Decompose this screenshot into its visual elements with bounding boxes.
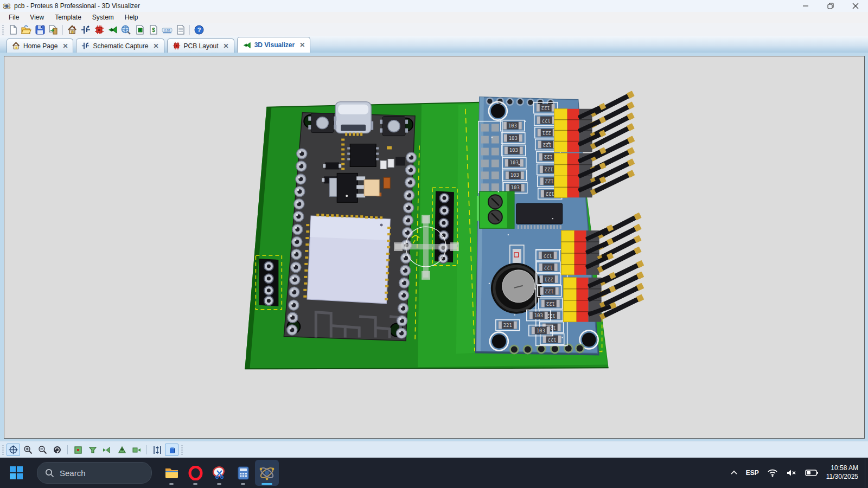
- board-display-button[interactable]: [71, 444, 85, 456]
- new-file-button[interactable]: [6, 23, 20, 36]
- 4pin-header: [259, 259, 278, 306]
- home-button[interactable]: [65, 23, 79, 36]
- wifi-icon[interactable]: [767, 468, 778, 477]
- clock-date: 11/30/2025: [826, 473, 858, 481]
- save-button[interactable]: [33, 23, 47, 36]
- svg-text:122: 122: [542, 118, 551, 123]
- boot-button: [308, 113, 336, 133]
- toolbar-separator: [67, 445, 68, 454]
- bill-of-materials-button[interactable]: $: [146, 23, 160, 36]
- taskbar-snipping-tool[interactable]: [207, 460, 231, 486]
- taskbar-calculator[interactable]: [231, 460, 255, 486]
- taskbar-apps: [159, 460, 279, 486]
- menu-help[interactable]: Help: [119, 12, 144, 23]
- toolbar-grip[interactable]: [181, 445, 183, 455]
- tab-pcb-layout[interactable]: PCB Layout ✕: [167, 38, 234, 53]
- toolbar-separator: [62, 25, 63, 35]
- restore-button[interactable]: [818, 0, 843, 12]
- toolbar-grip[interactable]: [2, 25, 4, 35]
- tab-schematic-capture[interactable]: Schematic Capture ✕: [76, 38, 164, 53]
- next-view-button[interactable]: [130, 444, 143, 456]
- filter-icon: [88, 446, 97, 454]
- chevron-up-icon[interactable]: [730, 469, 738, 477]
- prev-view-button[interactable]: [100, 444, 114, 456]
- start-button[interactable]: [4, 461, 28, 485]
- toolbar-grip[interactable]: [2, 445, 4, 455]
- tab-close-icon[interactable]: ✕: [299, 41, 305, 49]
- battery-icon[interactable]: [805, 469, 818, 477]
- windows-taskbar: Search: [0, 458, 868, 488]
- 3d-box-button[interactable]: [165, 444, 178, 456]
- 3d-viewport[interactable]: 103 103 103 103 103 103 122 122 221 122 …: [4, 56, 865, 439]
- taskbar-opera[interactable]: [183, 460, 207, 486]
- show-desktop-button[interactable]: [865, 458, 868, 488]
- tab-3d-visualizer[interactable]: 3D Visualizer ✕: [237, 37, 311, 53]
- tab-bar: Home Page ✕ Schematic Capture ✕ PCB Layo…: [0, 36, 868, 53]
- fit-height-button[interactable]: [150, 444, 164, 456]
- filter-button[interactable]: [86, 444, 99, 456]
- system-tray: ESP 10:58 AM 11/30/2025: [730, 464, 865, 481]
- help-button[interactable]: ?: [192, 23, 206, 36]
- svg-text:103: 103: [508, 123, 517, 129]
- board-display-icon: [74, 446, 82, 454]
- taskbar-proteus[interactable]: [255, 460, 279, 486]
- design-explorer-button[interactable]: [133, 23, 146, 36]
- help-icon: ?: [194, 25, 204, 35]
- electrolytic-capacitor: [491, 263, 542, 314]
- menu-template[interactable]: Template: [49, 12, 87, 23]
- close-button[interactable]: [843, 0, 868, 12]
- new-file-icon: [8, 25, 18, 35]
- pan-rotate-button[interactable]: [7, 444, 20, 456]
- bill-of-materials-icon: $: [149, 25, 158, 35]
- search-label: Search: [60, 468, 86, 478]
- gerber-viewer-button[interactable]: [119, 23, 133, 36]
- en-button: [380, 117, 408, 136]
- menu-bar: File View Template System Help: [0, 12, 868, 23]
- report-icon: [176, 25, 186, 35]
- zoom-out-button[interactable]: [36, 444, 49, 456]
- pcb-layout-button[interactable]: [92, 23, 106, 36]
- menu-file[interactable]: File: [3, 12, 24, 23]
- minimize-button[interactable]: [793, 0, 818, 12]
- svg-text:122: 122: [544, 265, 553, 270]
- tantalum-cap: [364, 179, 379, 196]
- esp32-board: [284, 102, 416, 341]
- svg-text:122: 122: [544, 253, 552, 258]
- running-indicator: [217, 483, 221, 485]
- taskbar-file-explorer[interactable]: [159, 460, 183, 486]
- import-button[interactable]: [47, 23, 60, 36]
- tab-close-icon[interactable]: ✕: [62, 42, 68, 50]
- viewport-frame: 103 103 103 103 103 103 122 122 221 122 …: [0, 53, 868, 441]
- menu-system[interactable]: System: [87, 12, 119, 23]
- window-title: pcb - Proteus 8 Professional - 3D Visual…: [14, 2, 140, 10]
- zoom-in-button[interactable]: [21, 444, 35, 456]
- meter-button[interactable]: 0.88: [160, 23, 174, 36]
- view-toolbar: [0, 441, 868, 458]
- close-icon: [852, 3, 859, 9]
- schematic-capture-button[interactable]: [79, 23, 92, 36]
- 3d-visualizer-button[interactable]: [106, 23, 119, 36]
- open-folder-button[interactable]: [20, 23, 33, 36]
- language-indicator[interactable]: ESP: [746, 469, 759, 477]
- open-folder-icon: [21, 25, 31, 35]
- 6pin-header: [435, 191, 454, 263]
- tab-home-page[interactable]: Home Page ✕: [7, 38, 73, 53]
- taskbar-search[interactable]: Search: [37, 462, 152, 484]
- tab-label: Home Page: [23, 42, 58, 50]
- volume-muted-icon[interactable]: [786, 468, 797, 477]
- tab-close-icon[interactable]: ✕: [153, 42, 158, 50]
- screw-terminal: [477, 191, 514, 228]
- svg-text:221: 221: [545, 277, 553, 282]
- file-explorer-icon: [164, 466, 179, 480]
- snipping-tool-icon: [212, 466, 227, 480]
- zoom-all-button[interactable]: [50, 444, 64, 456]
- menu-view[interactable]: View: [24, 12, 49, 23]
- 3d-scene: 103 103 103 103 103 103 122 122 221 122 …: [4, 56, 864, 438]
- report-button[interactable]: [174, 23, 187, 36]
- main-toolbar: $ 0.88 ?: [0, 23, 868, 37]
- top-view-button[interactable]: [115, 444, 129, 456]
- taskbar-clock[interactable]: 10:58 AM 11/30/2025: [826, 464, 858, 481]
- svg-text:122: 122: [546, 191, 554, 196]
- tab-close-icon[interactable]: ✕: [224, 42, 229, 50]
- zoom-all-icon: [53, 445, 62, 454]
